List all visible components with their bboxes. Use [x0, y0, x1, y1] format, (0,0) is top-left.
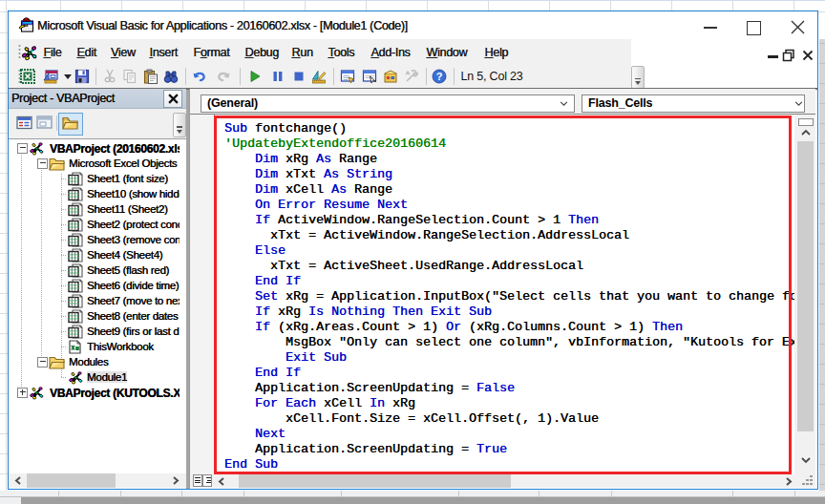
svg-text:?: ?	[435, 71, 442, 82]
